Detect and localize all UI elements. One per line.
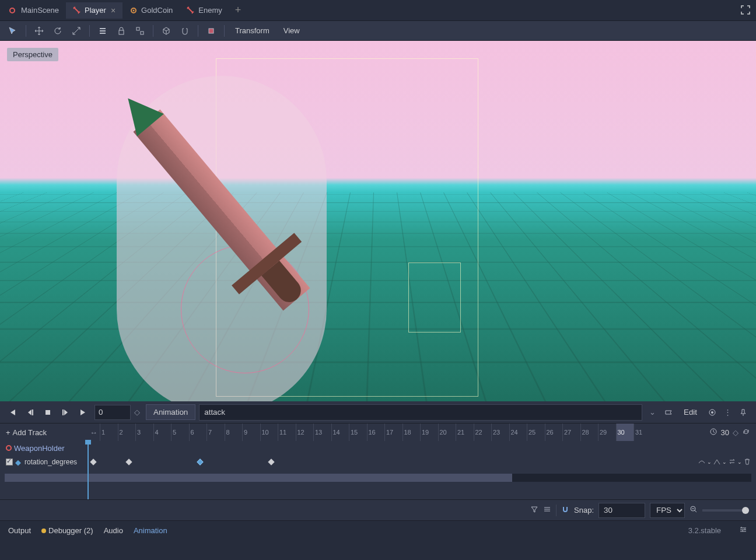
settings-icon[interactable] <box>738 525 748 536</box>
delete-track-icon[interactable] <box>743 457 751 467</box>
edit-button[interactable]: Edit <box>678 405 703 419</box>
play-button[interactable] <box>75 404 91 421</box>
tick-13[interactable]: 13 <box>313 424 331 441</box>
step-forward-button[interactable] <box>57 404 74 421</box>
chevron-down-icon[interactable]: ⌄ <box>722 459 727 465</box>
audio-tab[interactable]: Audio <box>104 526 123 535</box>
snap-tool[interactable] <box>177 23 193 38</box>
onion-skin-icon[interactable] <box>704 404 720 421</box>
track-checkbox[interactable] <box>6 459 13 466</box>
close-icon[interactable]: × <box>111 6 116 15</box>
step-back-button[interactable] <box>22 404 38 421</box>
track-property-row[interactable]: ◆ rotation_degrees ⌄ ⌄ ⌄ <box>0 455 756 469</box>
tick-24[interactable]: 24 <box>509 424 527 441</box>
rotate-tool[interactable] <box>50 23 66 38</box>
keyframe[interactable] <box>197 459 203 465</box>
select-tool[interactable] <box>5 23 21 38</box>
tick-23[interactable]: 23 <box>491 424 509 441</box>
tick-11[interactable]: 11 <box>278 424 296 441</box>
perspective-badge[interactable]: Perspective <box>7 48 58 61</box>
keyframe[interactable] <box>268 459 274 465</box>
frame-input[interactable] <box>94 405 131 420</box>
timeline-scrollbar[interactable] <box>5 474 751 482</box>
3d-viewport[interactable]: Perspective <box>0 41 756 401</box>
snap-icon[interactable] <box>561 505 569 515</box>
tick-16[interactable]: 16 <box>367 424 385 441</box>
loop-mode-icon[interactable] <box>728 457 736 467</box>
tick-9[interactable]: 9 <box>242 424 260 441</box>
length-spinner-icon[interactable]: ◇ <box>733 428 738 437</box>
tick-15[interactable]: 15 <box>349 424 367 441</box>
debugger-tab[interactable]: Debugger (2) <box>41 526 93 535</box>
add-tab-button[interactable]: + <box>229 4 247 16</box>
zoom-out-icon[interactable] <box>690 505 698 515</box>
tick-2[interactable]: 2 <box>118 424 136 441</box>
lock-tool[interactable] <box>113 23 130 38</box>
interp-mode-icon[interactable] <box>698 457 706 467</box>
tab-mainscene[interactable]: MainScene <box>2 2 66 18</box>
chevron-down-icon[interactable]: ⌄ <box>707 459 712 465</box>
tick-6[interactable]: 6 <box>189 424 207 441</box>
tab-player[interactable]: Player × <box>66 2 123 19</box>
kebab-icon[interactable]: ⋮ <box>722 408 734 416</box>
stop-button[interactable] <box>40 404 56 421</box>
tick-8[interactable]: 8 <box>225 424 243 441</box>
frame-spinner-icon[interactable]: ◇ <box>134 408 140 416</box>
animation-tab[interactable]: Animation <box>134 526 167 535</box>
track-node-row[interactable]: WeaponHolder <box>0 441 756 455</box>
chevron-down-icon[interactable]: ⌄ <box>737 459 742 465</box>
add-track-button[interactable]: + Add Track <box>0 428 88 437</box>
keyframe-lane[interactable] <box>88 455 674 469</box>
animation-name-input[interactable] <box>199 404 642 421</box>
cube-tool[interactable] <box>158 23 174 38</box>
keyframe[interactable] <box>90 459 96 465</box>
tick-19[interactable]: 19 <box>420 424 438 441</box>
tick-17[interactable]: 17 <box>384 424 402 441</box>
tick-21[interactable]: 21 <box>456 424 474 441</box>
fullscreen-icon[interactable] <box>741 5 750 15</box>
tick-20[interactable]: 20 <box>438 424 456 441</box>
tick-26[interactable]: 26 <box>545 424 563 441</box>
wrap-mode-icon[interactable] <box>713 457 721 467</box>
tick-3[interactable]: 3 <box>135 424 153 441</box>
timeline-ruler[interactable]: 1234567891011121314151617181920212223242… <box>100 424 674 441</box>
tick-14[interactable]: 14 <box>331 424 349 441</box>
tick-4[interactable]: 4 <box>153 424 172 441</box>
tick-30[interactable]: 30 <box>616 424 634 441</box>
loop-icon[interactable] <box>742 428 750 438</box>
chevron-down-icon[interactable]: ⌄ <box>646 408 659 416</box>
tick-10[interactable]: 10 <box>260 424 278 441</box>
tick-12[interactable]: 12 <box>296 424 314 441</box>
autoplay-icon[interactable] <box>660 404 677 421</box>
animation-menu-button[interactable]: Animation <box>146 404 195 420</box>
tick-27[interactable]: 27 <box>562 424 580 441</box>
pin-icon[interactable] <box>735 404 751 421</box>
resize-icon[interactable]: ↔ <box>88 428 100 437</box>
scale-tool[interactable] <box>68 23 85 38</box>
playhead[interactable] <box>88 441 89 499</box>
group-tool[interactable] <box>132 23 148 38</box>
transform-menu[interactable]: Transform <box>229 24 275 37</box>
view-menu[interactable]: View <box>278 24 306 37</box>
snap-input[interactable] <box>598 503 645 518</box>
tick-1[interactable]: 1 <box>100 424 118 441</box>
bezier-icon[interactable] <box>543 505 551 515</box>
play-back-button[interactable] <box>5 404 21 421</box>
tick-25[interactable]: 25 <box>527 424 545 441</box>
gizmo-tool[interactable] <box>203 23 219 38</box>
tick-29[interactable]: 29 <box>598 424 616 441</box>
tick-31[interactable]: 31 <box>634 424 652 441</box>
tick-5[interactable]: 5 <box>171 424 189 441</box>
tick-22[interactable]: 22 <box>474 424 492 441</box>
fps-select[interactable]: FPS <box>650 503 685 518</box>
zoom-slider[interactable] <box>702 509 749 512</box>
tick-28[interactable]: 28 <box>580 424 598 441</box>
keyframe[interactable] <box>125 459 132 465</box>
filter-icon[interactable] <box>530 505 538 515</box>
move-tool[interactable] <box>31 23 47 38</box>
tick-7[interactable]: 7 <box>206 424 225 441</box>
tab-enemy[interactable]: Enemy <box>180 2 229 18</box>
tab-goldcoin[interactable]: GoldCoin <box>123 2 180 18</box>
output-tab[interactable]: Output <box>8 526 31 535</box>
tick-18[interactable]: 18 <box>402 424 421 441</box>
